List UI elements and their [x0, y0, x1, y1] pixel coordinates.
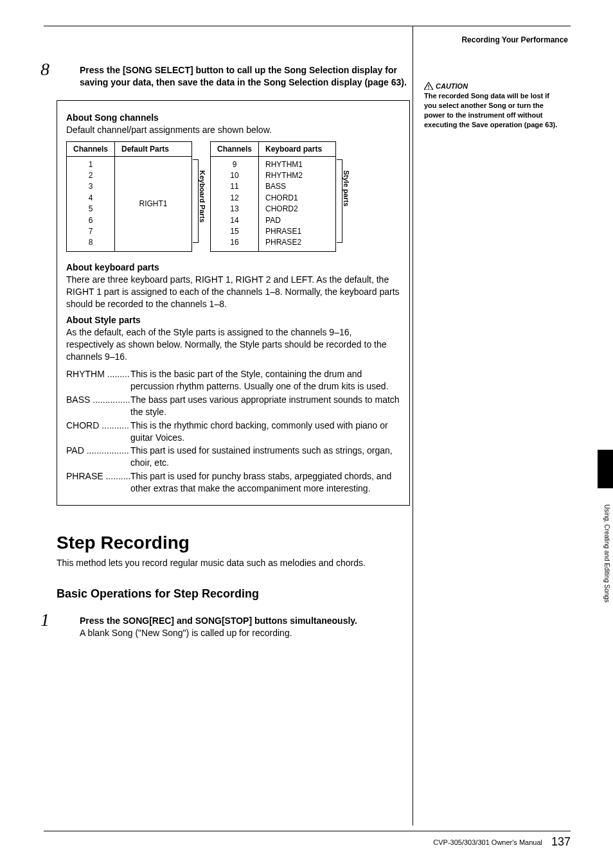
step-recording-heading: Step Recording [57, 533, 410, 553]
info-box: About Song channels Default channel/part… [57, 100, 410, 506]
bracket-left [193, 159, 199, 243]
caution-label-row: CAUTION [424, 82, 559, 90]
default-part-right1: RIGHT1 [115, 156, 192, 251]
about-song-channels-heading: About Song channels [66, 112, 400, 123]
caution-label: CAUTION [436, 82, 468, 90]
channels-table-right: Channels Keyboard parts 9 10 11 12 13 14 [210, 141, 336, 252]
channel-nums-right: 9 10 11 12 13 14 15 16 [211, 156, 259, 251]
page-edge-tab [598, 450, 613, 488]
step-1-text: A blank Song ("New Song") is called up f… [80, 627, 410, 639]
about-song-channels-text: Default channel/part assignments are sho… [66, 124, 400, 136]
def-bass: BASS ................ The bass part uses… [66, 394, 400, 418]
channel-nums-left: 1 2 3 4 5 6 7 8 [67, 156, 115, 251]
footer-page-number: 137 [551, 835, 571, 849]
th-channels-2: Channels [211, 141, 259, 156]
step-8-text: Press the [SONG SELECT] button to call u… [80, 64, 410, 89]
step-number: 8 [40, 59, 49, 80]
channels-table-left: Channels Default Parts 1 2 3 4 5 6 [66, 141, 192, 252]
th-channels: Channels [67, 141, 115, 156]
page-edge-label: Using, Creating and Editing Songs [603, 504, 610, 603]
step-1-bold: Press the SONG[REC] and SONG[STOP] butto… [80, 615, 410, 627]
page-footer: CVP-305/303/301 Owner's Manual 137 [44, 831, 571, 849]
about-style-parts-text: As the default, each of the Style parts … [66, 326, 400, 363]
step-number-1: 1 [40, 610, 49, 630]
def-pad: PAD ................. This part is used … [66, 445, 400, 469]
about-keyboard-parts-text: There are three keyboard parts, RIGHT 1,… [66, 274, 400, 310]
bracket-right [337, 159, 342, 243]
caution-body: The recorded Song data will be lost if y… [424, 91, 559, 129]
th-default-parts: Default Parts [115, 141, 192, 156]
step-1: 1 Press the SONG[REC] and SONG[STOP] but… [57, 615, 410, 639]
label-keyboard-parts: Keyboard Parts [199, 170, 206, 222]
about-style-parts-heading: About Style parts [66, 315, 400, 325]
vertical-divider [413, 26, 413, 826]
style-part-names: RHYTHM1 RHYTHM2 BASS CHORD1 CHORD2 PAD P… [259, 156, 336, 251]
footer-manual-name: CVP-305/303/301 Owner's Manual [433, 838, 542, 846]
def-rhythm: RHYTHM ......... This is the basic part … [66, 368, 400, 393]
about-keyboard-parts-heading: About keyboard parts [66, 262, 400, 272]
def-phrase: PHRASE ........... This part is used for… [66, 470, 400, 495]
label-style-parts: Style parts [342, 170, 350, 206]
def-chord: CHORD ........... This is the rhythmic c… [66, 420, 400, 444]
warning-icon [424, 82, 433, 90]
th-keyboard-parts: Keyboard parts [259, 141, 336, 156]
step-recording-subtitle: This method lets you record regular musi… [57, 557, 410, 569]
step-8: 8 Press the [SONG SELECT] button to call… [57, 64, 410, 89]
top-rule [44, 26, 571, 26]
svg-point-1 [428, 88, 429, 89]
basic-operations-heading: Basic Operations for Step Recording [57, 587, 410, 601]
section-header: Recording Your Performance [461, 35, 568, 44]
